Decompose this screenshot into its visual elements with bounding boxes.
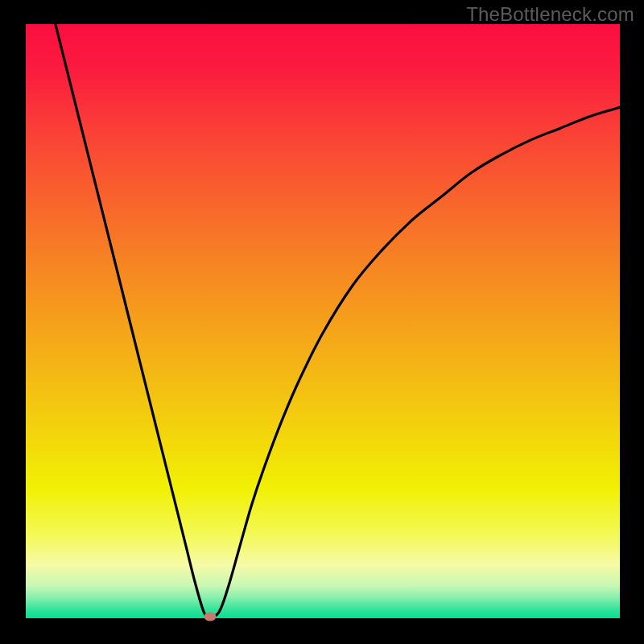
chart-curve xyxy=(26,24,620,618)
chart-minimum-marker xyxy=(204,612,216,621)
watermark-text: TheBottleneck.com xyxy=(466,3,634,26)
chart-plot-area xyxy=(26,24,620,618)
